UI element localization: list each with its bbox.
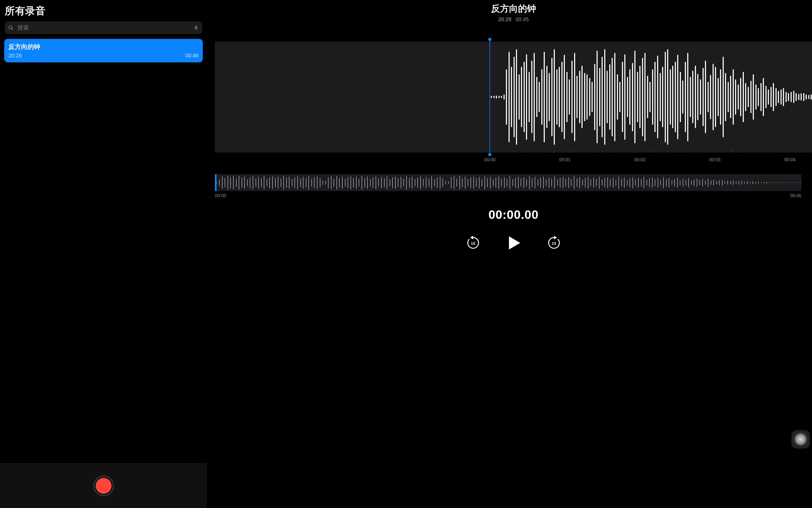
recording-list-item[interactable]: 反方向的钟20:2800:46 [4, 39, 203, 62]
time-ruler: 00:0000:0100:0200:0300:04 [215, 157, 812, 163]
skip-back-15-button[interactable]: 15 [466, 236, 480, 250]
waveform-canvas [215, 42, 812, 153]
skip-forward-15-button[interactable]: 15 [547, 236, 561, 250]
ruler-tick: 00:01 [559, 157, 571, 163]
overview-track[interactable] [215, 174, 802, 191]
waveform-overview[interactable]: 00:00 00:45 [215, 174, 802, 199]
recordings-list[interactable]: 反方向的钟20:2800:46 [3, 39, 204, 463]
playhead[interactable] [489, 39, 490, 155]
play-button[interactable] [506, 235, 521, 251]
current-time: 00:00.00 [215, 208, 812, 222]
ruler-tick: 00:02 [634, 157, 646, 163]
recording-item-time: 20:28 [8, 53, 22, 59]
sidebar: 所有录音 反方向的钟20:2800:46 [0, 0, 207, 508]
sidebar-title: 所有录音 [3, 0, 204, 22]
svg-marker-4 [509, 236, 520, 250]
recording-subtitle: 20:28 00:45 [215, 16, 812, 23]
skip-forward-label: 15 [547, 236, 561, 250]
mic-icon[interactable] [193, 25, 199, 31]
record-button[interactable] [93, 475, 114, 496]
transport-controls: 15 15 [215, 235, 812, 251]
detail-panel: 反方向的钟 20:28 00:45 00:0000:0100:0200:0300… [207, 0, 812, 508]
ruler-tick: 00:00 [484, 157, 496, 163]
waveform-zoom[interactable]: 00:0000:0100:0200:0300:04 [215, 42, 812, 153]
recording-item-duration: 00:46 [185, 53, 199, 59]
skip-back-label: 15 [466, 236, 480, 250]
assistive-touch-icon [795, 434, 806, 444]
overview-start: 00:00 [215, 193, 226, 199]
record-button-inner [96, 478, 112, 494]
sidebar-footer [0, 463, 207, 508]
overview-end: 00:45 [790, 193, 802, 199]
search-input[interactable] [5, 22, 202, 34]
svg-point-0 [9, 26, 12, 29]
recording-time: 20:28 [498, 16, 511, 22]
search-field[interactable] [5, 22, 202, 34]
ruler-tick: 00:03 [709, 157, 721, 163]
svg-rect-2 [196, 26, 197, 28]
recording-item-title: 反方向的钟 [8, 43, 199, 51]
svg-line-1 [12, 29, 13, 30]
overview-times: 00:00 00:45 [215, 193, 802, 199]
recording-title: 反方向的钟 [215, 3, 812, 15]
ruler-tick: 00:04 [784, 157, 796, 163]
recording-duration: 00:45 [515, 16, 529, 22]
search-icon [8, 25, 14, 31]
assistive-touch-button[interactable] [792, 430, 810, 449]
detail-header: 反方向的钟 20:28 00:45 [215, 0, 812, 23]
